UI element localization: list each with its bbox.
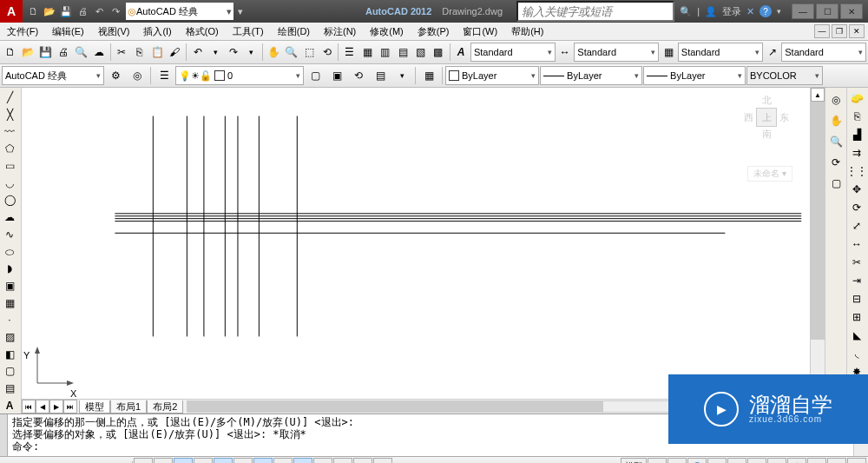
pline-tool[interactable]: 〰 <box>0 123 19 140</box>
ellipse-tool[interactable]: ⬭ <box>0 243 19 260</box>
menu-tools[interactable]: 工具(T) <box>229 24 267 39</box>
mleaderstyle-icon[interactable]: ↗ <box>764 42 780 63</box>
arc-tool[interactable]: ◡ <box>0 175 19 191</box>
signin-link[interactable]: 登录 <box>722 5 741 18</box>
mirror-tool[interactable]: ▟ <box>847 126 866 143</box>
extend-tool[interactable]: ⇥ <box>847 272 866 289</box>
snap-toggle[interactable]: ⊞ <box>134 458 153 463</box>
layer-prev-button[interactable]: ⟲ <box>348 65 369 86</box>
ortho-toggle[interactable]: ∟ <box>174 458 193 463</box>
v-scrollbar[interactable]: ▲ ▼ <box>810 88 825 413</box>
undo-button[interactable]: ↶ <box>189 42 206 63</box>
nav-zoom-icon[interactable]: 🔍 <box>826 133 845 150</box>
workspace-dropdown[interactable]: AutoCAD 经典 <box>2 66 104 85</box>
insert-tool[interactable]: ▣ <box>0 278 19 294</box>
stretch-tool[interactable]: ↔ <box>847 235 866 253</box>
viewport[interactable]: [-] [俯视] [二维线框] <box>22 88 810 413</box>
qp-toggle[interactable]: ▤ <box>353 458 372 463</box>
redo-dd[interactable]: ▾ <box>242 42 259 63</box>
nav-pan-icon[interactable]: ✋ <box>826 112 845 129</box>
chamfer-tool[interactable]: ◣ <box>847 327 866 344</box>
clean-screen[interactable]: ▭ <box>847 458 866 463</box>
help-dd-icon[interactable]: ▾ <box>777 7 781 16</box>
exchange-icon[interactable]: ✕ <box>746 6 754 17</box>
menu-help[interactable]: 帮助(H) <box>508 24 547 39</box>
layer-dropdown[interactable]: 💡 ☀ 🔓 0 <box>175 66 304 85</box>
annoscale-icon[interactable]: 👤 <box>687 458 707 463</box>
nav-wheel-icon[interactable]: ◎ <box>826 91 845 109</box>
dimstyle-icon[interactable]: ↔ <box>556 42 573 63</box>
close-button[interactable]: ✕ <box>840 3 863 19</box>
move-tool[interactable]: ✥ <box>847 181 866 198</box>
qat-expand-icon[interactable]: ▾ <box>233 4 247 18</box>
dyn-toggle[interactable]: + <box>293 458 312 463</box>
save-icon[interactable]: 💾 <box>59 4 73 18</box>
print-button[interactable]: 🖨 <box>55 42 71 63</box>
viewcube[interactable]: 北 西 上 东 南 <box>740 93 792 142</box>
circle-tool[interactable]: ◯ <box>0 192 19 208</box>
viewcube-south[interactable]: 南 <box>741 128 792 141</box>
viewcube-west[interactable]: 西 <box>744 112 753 122</box>
v-scroll-up[interactable]: ▲ <box>811 88 825 102</box>
scale-tool[interactable]: ⤢ <box>847 217 866 235</box>
menu-parametric[interactable]: 参数(P) <box>414 24 453 39</box>
ws-gear-icon[interactable]: ◎ <box>127 65 148 86</box>
help-icon[interactable]: ? <box>760 5 772 17</box>
mdi-close[interactable]: ✕ <box>849 24 865 38</box>
offset-tool[interactable]: ⇉ <box>847 144 866 162</box>
preview-button[interactable]: 🔍 <box>73 42 89 63</box>
mleader-style-dropdown[interactable]: Standard <box>781 43 866 62</box>
point-tool[interactable]: · <box>0 312 19 328</box>
layer-props-button[interactable]: ☰ <box>154 65 174 86</box>
tab-layout1[interactable]: 布局1 <box>110 400 147 413</box>
markup-button[interactable]: ▧ <box>412 42 429 63</box>
anno-vis-toggle[interactable]: ✴ <box>727 458 746 463</box>
tool-pal-button[interactable]: ▥ <box>377 42 393 63</box>
tab-next[interactable]: ▶ <box>49 400 63 413</box>
text-style-dropdown[interactable]: Standard <box>470 43 556 62</box>
paste-button[interactable]: 📋 <box>148 42 165 63</box>
dim-style-dropdown[interactable]: Standard <box>574 43 659 62</box>
nav-orbit-icon[interactable]: ⟳ <box>826 154 845 171</box>
ellipsearc-tool[interactable]: ◗ <box>0 261 19 277</box>
table-style-dropdown[interactable]: Standard <box>678 43 763 62</box>
viewcube-east[interactable]: 东 <box>779 112 789 122</box>
zoom-prev-button[interactable]: ⟲ <box>319 42 335 63</box>
xline-tool[interactable]: ╳ <box>0 107 19 123</box>
layer-more-dd[interactable]: ▾ <box>391 65 412 86</box>
block-tool[interactable]: ▦ <box>0 294 19 311</box>
tab-prev[interactable]: ◀ <box>36 400 49 413</box>
line-tool[interactable]: ╱ <box>0 89 19 106</box>
hatch-tool[interactable]: ▨ <box>0 329 19 346</box>
rotate-tool[interactable]: ⟳ <box>847 199 866 216</box>
ducs-toggle[interactable]: ↳ <box>273 458 293 463</box>
open-icon[interactable]: 📂 <box>43 4 56 18</box>
qv-drawings[interactable]: ▥ <box>667 458 687 463</box>
sc-toggle[interactable]: ◧ <box>373 458 392 463</box>
copy-button[interactable]: ⎘ <box>131 42 148 63</box>
annoscale-dd[interactable]: 1:1 <box>707 458 727 463</box>
new-icon[interactable]: 🗋 <box>26 4 40 18</box>
tab-model[interactable]: 模型 <box>79 400 110 413</box>
mdi-minimize[interactable]: — <box>814 24 830 38</box>
layer-iso-button[interactable]: ▢ <box>305 65 326 86</box>
rect-tool[interactable]: ▭ <box>0 158 19 175</box>
user-icon[interactable]: 👤 <box>705 6 717 17</box>
nav-showmotion-icon[interactable]: ▢ <box>826 175 845 192</box>
layer-state-button[interactable]: ▤ <box>370 65 391 86</box>
linetype-dropdown[interactable]: ByLayer <box>540 66 642 85</box>
tab-last[interactable]: ⏭ <box>63 400 77 413</box>
redo-button[interactable]: ↷ <box>225 42 241 63</box>
tab-layout2[interactable]: 布局2 <box>147 400 183 413</box>
modelspace-button[interactable]: 模型 <box>621 458 647 463</box>
region-tool[interactable]: ▢ <box>0 363 19 380</box>
match-button[interactable]: 🖌 <box>167 42 183 63</box>
cmd-handle[interactable] <box>0 414 8 456</box>
workspace-dropdown-title[interactable]: ◎ AutoCAD 经典 <box>126 3 233 20</box>
new-button[interactable]: 🗋 <box>2 42 18 63</box>
search-icon[interactable]: 🔍 <box>680 6 692 17</box>
revcloud-tool[interactable]: ☁ <box>0 209 19 226</box>
zoom-rt-button[interactable]: 🔍 <box>283 42 299 63</box>
sheet-button[interactable]: ▤ <box>394 42 411 63</box>
menu-window[interactable]: 窗口(W) <box>459 24 501 39</box>
